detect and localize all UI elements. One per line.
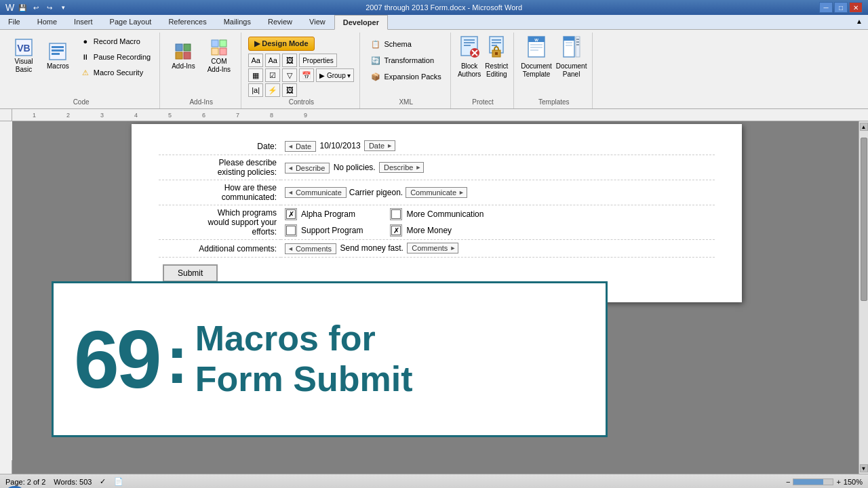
- tab-insert[interactable]: Insert: [66, 15, 102, 29]
- ctrl-icon-4[interactable]: ▦: [248, 68, 263, 82]
- qat-dropdown[interactable]: ▼: [58, 2, 68, 13]
- vertical-scrollbar[interactable]: ▲ ▼: [859, 121, 868, 474]
- tab-file[interactable]: File: [0, 15, 29, 29]
- svg-text:VB: VB: [17, 43, 30, 54]
- program-more-comm-row: More Communication: [390, 208, 484, 220]
- transformation-label: Transformation: [384, 56, 434, 64]
- transformation-icon: 🔄: [370, 55, 381, 66]
- svg-rect-6: [176, 44, 182, 51]
- ctrl-icon-1[interactable]: Aa: [248, 54, 263, 67]
- tab-review[interactable]: Review: [260, 15, 301, 29]
- maximize-button[interactable]: □: [834, 2, 848, 13]
- macro-security-button[interactable]: ⚠ Macro Security: [77, 65, 154, 80]
- macro-security-label: Macro Security: [94, 68, 143, 77]
- qat-undo[interactable]: ↩: [31, 2, 41, 13]
- zoom-out-button[interactable]: −: [786, 478, 790, 486]
- form-table: Date: ◄ Date 10/10/2013 Date ►: [159, 138, 715, 289]
- schema-button[interactable]: 📋 Schema: [367, 37, 414, 52]
- properties-button[interactable]: Properties: [299, 54, 337, 67]
- visual-basic-button[interactable]: VB VisualBasic: [8, 34, 39, 77]
- ctrl-icon-9[interactable]: ⚡: [265, 83, 280, 97]
- restrict-editing-label: RestrictEditing: [485, 62, 508, 79]
- expansion-packs-button[interactable]: 📦 Expansion Packs: [367, 69, 444, 84]
- restrict-editing-button[interactable]: RestrictEditing: [485, 34, 508, 79]
- alpha-cc-widget[interactable]: ✗: [285, 208, 297, 220]
- communicate-cc-right[interactable]: Communicate ►: [406, 187, 467, 198]
- svg-text:4: 4: [134, 112, 138, 119]
- app-icon: W: [5, 2, 14, 13]
- addins-group-label: Add-Ins: [189, 97, 212, 107]
- xml-group-label: XML: [399, 97, 413, 107]
- comments-cc-left[interactable]: ◄ Comments: [285, 243, 336, 254]
- ctrl-icon-7[interactable]: 📅: [299, 68, 314, 82]
- more-money-cc-widget[interactable]: ✗: [390, 224, 402, 237]
- minimize-button[interactable]: ─: [819, 2, 833, 13]
- xml-group-content: 📋 Schema 🔄 Transformation 📦 Expansion Pa…: [367, 34, 444, 97]
- zoom-in-button[interactable]: +: [836, 478, 840, 486]
- macros-button[interactable]: Macros: [42, 34, 74, 77]
- communicate-cc-left[interactable]: ◄ Communicate: [285, 187, 347, 198]
- date-value[interactable]: 10/10/2013: [319, 141, 362, 150]
- more-comm-cc-widget[interactable]: [390, 208, 402, 220]
- record-macro-button[interactable]: ● Record Macro: [77, 34, 154, 49]
- tab-developer[interactable]: Developer: [334, 15, 388, 30]
- submit-button[interactable]: Submit: [163, 264, 218, 282]
- support-cc-widget[interactable]: [285, 224, 297, 237]
- zoom-slider[interactable]: [793, 479, 833, 485]
- document-template-button[interactable]: W DocumentTemplate: [521, 34, 552, 79]
- comments-cc-right[interactable]: Comments ►: [407, 243, 458, 253]
- addins-button[interactable]: Add-Ins: [167, 34, 199, 77]
- comments-value[interactable]: Send money fast.: [338, 243, 404, 253]
- close-button[interactable]: ✕: [849, 2, 863, 13]
- ctrl-icon-3[interactable]: 🖼: [282, 54, 297, 67]
- svg-text:1: 1: [33, 112, 36, 119]
- card-text-block: Macros for Form Submit: [195, 319, 413, 400]
- ctrl-icon-5[interactable]: ☑: [265, 68, 280, 82]
- block-authors-button[interactable]: BlockAuthors: [458, 34, 481, 79]
- pause-recording-icon: ⏸: [80, 52, 91, 62]
- submit-area: Submit: [163, 264, 711, 282]
- com-addins-icon: [208, 37, 230, 58]
- horizontal-ruler: 1 2 3 4 5 6 7 8 9: [12, 109, 868, 121]
- design-mode-button[interactable]: ▶ Design Mode: [248, 37, 315, 51]
- scroll-up-button[interactable]: ▲: [860, 123, 868, 131]
- ribbon-collapse[interactable]: ▲: [850, 15, 868, 29]
- ribbon-group-protect: BlockAuthors: [452, 33, 514, 108]
- qat-redo[interactable]: ↪: [44, 2, 55, 13]
- date-content-control-right[interactable]: Date ►: [364, 140, 395, 151]
- describe-cc-label: Describe: [294, 164, 327, 172]
- more-money-checkbox[interactable]: ✗: [391, 226, 401, 235]
- transformation-button[interactable]: 🔄 Transformation: [367, 53, 437, 68]
- ctrl-icon-2[interactable]: Aa: [265, 54, 280, 67]
- describe-cc-right[interactable]: Describe ►: [379, 162, 424, 173]
- svg-rect-24: [492, 45, 497, 46]
- pause-recording-button[interactable]: ⏸ Pause Recording: [77, 49, 154, 64]
- scroll-thumb[interactable]: [861, 138, 867, 301]
- com-addins-button[interactable]: COMAdd-Ins: [203, 34, 235, 77]
- describe-value[interactable]: No policies.: [332, 163, 377, 172]
- tab-page-layout[interactable]: Page Layout: [102, 15, 161, 29]
- support-checkbox[interactable]: [286, 226, 296, 235]
- tab-view[interactable]: View: [301, 15, 334, 29]
- ctrl-icon-8[interactable]: |a|: [248, 83, 263, 97]
- controls-row2: ▦ ☑ ▽ 📅 ▶ Group ▾: [248, 68, 354, 82]
- qat-save[interactable]: 💾: [17, 2, 28, 13]
- date-content-control-left[interactable]: ◄ Date: [285, 141, 316, 152]
- alpha-checkbox[interactable]: ✗: [286, 209, 296, 219]
- addins-icon: [172, 41, 194, 62]
- tab-mailings[interactable]: Mailings: [216, 15, 260, 29]
- ctrl-icon-6[interactable]: ▽: [282, 68, 297, 82]
- more-comm-checkbox[interactable]: [391, 209, 401, 219]
- tab-home[interactable]: Home: [29, 15, 66, 29]
- describe-cc-left[interactable]: ◄ Describe: [285, 163, 330, 174]
- describe-row: Please describeexisting policies: ◄ Desc…: [159, 155, 715, 180]
- communicate-cc-label-r: Communicate: [408, 188, 458, 197]
- ctrl-icon-10[interactable]: 🖼: [282, 83, 297, 97]
- programs-content: ✗ Alpha Program: [285, 208, 711, 237]
- svg-rect-17: [464, 45, 471, 46]
- scroll-down-button[interactable]: ▼: [860, 464, 868, 472]
- communicate-value[interactable]: Carrier pigeon.: [348, 188, 404, 197]
- group-button[interactable]: ▶ Group ▾: [316, 68, 354, 82]
- tab-references[interactable]: References: [160, 15, 215, 29]
- document-panel-button[interactable]: DocumentPanel: [556, 34, 587, 79]
